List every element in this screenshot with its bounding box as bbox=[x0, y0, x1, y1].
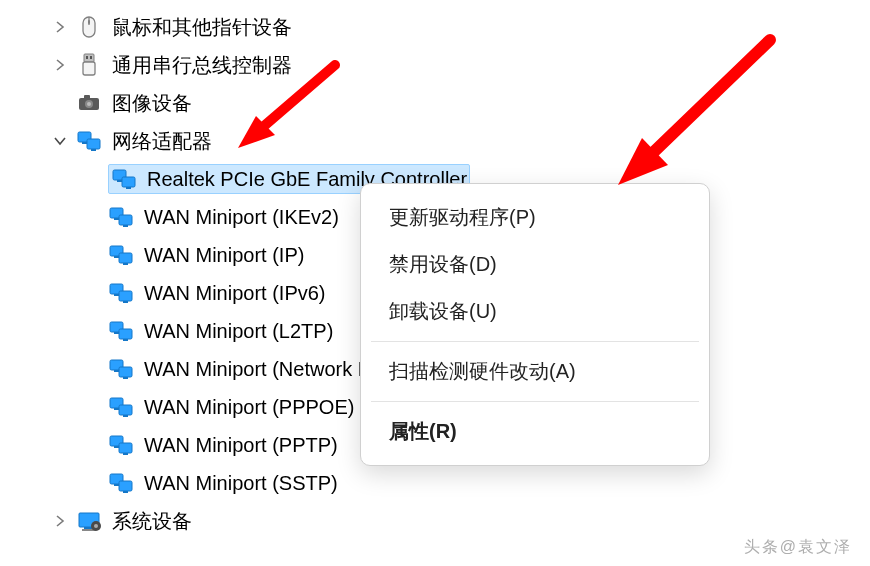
network-icon bbox=[108, 280, 134, 306]
menu-properties[interactable]: 属性(R) bbox=[361, 408, 709, 455]
tree-item-adapter[interactable]: WAN Miniport (SSTP) bbox=[50, 464, 870, 502]
usb-icon bbox=[76, 52, 102, 78]
chevron-right-icon[interactable] bbox=[50, 17, 70, 37]
camera-icon bbox=[76, 90, 102, 116]
network-icon bbox=[108, 204, 134, 230]
annotation-arrow-icon bbox=[600, 30, 780, 200]
tree-item-label: 图像设备 bbox=[112, 90, 192, 117]
mouse-icon bbox=[76, 14, 102, 40]
network-icon bbox=[76, 128, 102, 154]
tree-item-label: WAN Miniport (IKEv2) bbox=[144, 206, 339, 229]
tree-item-system-devices[interactable]: 系统设备 bbox=[50, 502, 870, 540]
watermark: 头条@袁文泽 bbox=[744, 537, 852, 558]
network-icon bbox=[108, 356, 134, 382]
menu-scan-hardware[interactable]: 扫描检测硬件改动(A) bbox=[361, 348, 709, 395]
network-icon bbox=[108, 318, 134, 344]
system-device-icon bbox=[76, 508, 102, 534]
tree-item-label: WAN Miniport (IPv6) bbox=[144, 282, 326, 305]
network-icon bbox=[108, 470, 134, 496]
tree-item-label: 系统设备 bbox=[112, 508, 192, 535]
context-menu: 更新驱动程序(P) 禁用设备(D) 卸载设备(U) 扫描检测硬件改动(A) 属性… bbox=[360, 183, 710, 466]
tree-item-label: WAN Miniport (IP) bbox=[144, 244, 304, 267]
menu-separator bbox=[371, 341, 699, 342]
tree-item-label: WAN Miniport (SSTP) bbox=[144, 472, 338, 495]
network-icon bbox=[108, 432, 134, 458]
tree-item-label: WAN Miniport (L2TP) bbox=[144, 320, 333, 343]
chevron-right-icon[interactable] bbox=[50, 511, 70, 531]
menu-update-driver[interactable]: 更新驱动程序(P) bbox=[361, 194, 709, 241]
menu-disable-device[interactable]: 禁用设备(D) bbox=[361, 241, 709, 288]
network-icon bbox=[111, 166, 137, 192]
network-icon bbox=[108, 394, 134, 420]
chevron-right-icon[interactable] bbox=[50, 55, 70, 75]
annotation-arrow-icon bbox=[230, 60, 340, 160]
network-icon bbox=[108, 242, 134, 268]
chevron-down-icon[interactable] bbox=[50, 131, 70, 151]
tree-item-label: 网络适配器 bbox=[112, 128, 212, 155]
tree-item-label: WAN Miniport (PPPOE) bbox=[144, 396, 354, 419]
tree-item-label: WAN Miniport (PPTP) bbox=[144, 434, 338, 457]
menu-uninstall-device[interactable]: 卸载设备(U) bbox=[361, 288, 709, 335]
menu-separator bbox=[371, 401, 699, 402]
tree-item-label: 鼠标和其他指针设备 bbox=[112, 14, 292, 41]
